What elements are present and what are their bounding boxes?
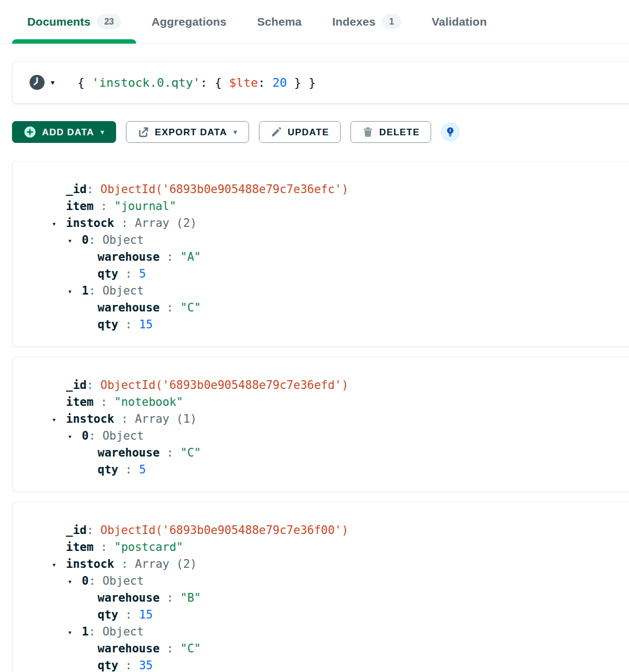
document-card[interactable]: _id: ObjectId('6893b0e905488e79c7e36efd'…: [12, 357, 629, 492]
field-separator: :: [87, 183, 100, 196]
chevron-down-icon: ▾: [51, 79, 55, 86]
query-token-keyword: $lte: [229, 76, 258, 89]
document-field-row: _id: ObjectId('6893b0e905488e79c7e36efc'…: [13, 181, 629, 198]
document-field-row: ▾1: Object: [13, 623, 629, 640]
field-key: warehouse: [98, 642, 160, 655]
collapse-caret-icon[interactable]: ▾: [52, 556, 56, 573]
add-data-button[interactable]: ADD DATA ▾: [12, 121, 116, 143]
document-field-row: ▾instock : Array (2): [13, 215, 629, 232]
chevron-down-icon: ▾: [234, 129, 238, 135]
performance-insights-button[interactable]: [441, 123, 459, 141]
tab-label: Validation: [432, 15, 487, 28]
tab-label: Aggregations: [152, 15, 227, 28]
tab-label: Indexes: [332, 15, 376, 28]
field-separator: :: [160, 301, 180, 314]
document-field-row: warehouse : "C": [13, 445, 629, 461]
field-key: qty: [98, 267, 118, 280]
collection-tabs: Documents23AggregationsSchemaIndexes1Val…: [12, 0, 629, 43]
document-field-row: item : "journal": [13, 198, 629, 215]
clock-icon: [29, 74, 45, 91]
query-token-punct: } }: [287, 76, 316, 89]
field-separator: :: [114, 412, 135, 425]
document-card[interactable]: _id: ObjectId('6893b0e905488e79c7e36f00'…: [12, 502, 629, 672]
filter-input[interactable]: { 'instock.0.qty': { $lte: 20 } }: [77, 76, 316, 89]
collapse-caret-icon[interactable]: ▾: [68, 283, 72, 300]
field-value-number: 35: [139, 659, 153, 672]
field-separator: :: [89, 574, 102, 587]
field-value-string: "C": [180, 446, 201, 459]
field-value-string: "journal": [114, 200, 177, 213]
document-field-row: ▾0: Object: [13, 232, 629, 249]
pencil-icon: [270, 126, 282, 138]
tab-count-badge: 23: [97, 14, 121, 29]
field-separator: :: [94, 395, 114, 409]
field-separator: :: [118, 608, 139, 621]
document-field-row: ▾instock : Array (1): [13, 411, 629, 428]
query-history-button[interactable]: ▾: [29, 74, 55, 91]
collapse-caret-icon[interactable]: ▾: [68, 624, 72, 641]
field-key: item: [66, 200, 94, 213]
crud-toolbar: ADD DATA ▾ EXPORT DATA ▾ UPDATE: [12, 121, 629, 143]
field-value-meta: Object: [102, 574, 144, 587]
field-value-meta: Object: [102, 284, 144, 297]
field-separator: :: [94, 541, 114, 554]
document-card[interactable]: _id: ObjectId('6893b0e905488e79c7e36efc'…: [12, 161, 629, 347]
document-field-row: item : "postcard": [13, 539, 629, 556]
trash-icon: [362, 126, 374, 138]
export-data-button[interactable]: EXPORT DATA ▾: [126, 121, 249, 143]
tab-indexes[interactable]: Indexes1: [317, 0, 416, 43]
update-label: UPDATE: [288, 128, 329, 137]
collapse-caret-icon[interactable]: ▾: [68, 232, 72, 249]
field-key: qty: [98, 659, 118, 672]
document-field-row: warehouse : "C": [13, 640, 629, 657]
query-bar[interactable]: ▾ { 'instock.0.qty': { $lte: 20 } }: [12, 61, 629, 104]
tab-validation[interactable]: Validation: [416, 0, 502, 43]
field-separator: :: [89, 284, 102, 297]
field-separator: :: [114, 557, 135, 571]
field-separator: :: [114, 217, 135, 230]
field-key: instock: [66, 557, 114, 571]
chevron-down-icon: ▾: [101, 129, 105, 135]
field-key: warehouse: [98, 301, 160, 314]
field-value-objectid: ObjectId('6893b0e905488e79c7e36efd'): [100, 379, 348, 392]
field-separator: :: [118, 659, 139, 672]
field-key: warehouse: [98, 591, 160, 604]
query-token-number: 20: [273, 76, 287, 89]
field-separator: :: [160, 591, 180, 604]
collection-tabs-bar: Documents23AggregationsSchemaIndexes1Val…: [0, 0, 629, 44]
field-separator: :: [118, 267, 139, 280]
field-key: qty: [98, 463, 118, 476]
field-separator: :: [89, 233, 102, 247]
field-key: qty: [98, 608, 118, 621]
field-value-string: "C": [180, 301, 201, 314]
field-value-number: 5: [139, 267, 146, 280]
field-value-number: 15: [139, 608, 153, 621]
field-value-meta: Object: [102, 625, 144, 638]
document-field-row: ▾1: Object: [13, 283, 629, 299]
document-field-row: warehouse : "C": [13, 299, 629, 316]
field-key: qty: [98, 318, 118, 331]
lightbulb-icon: [445, 127, 456, 137]
collapse-caret-icon[interactable]: ▾: [52, 411, 56, 428]
delete-label: DELETE: [379, 128, 420, 137]
field-key: instock: [66, 412, 114, 425]
document-field-row: qty : 5: [13, 461, 629, 478]
update-button[interactable]: UPDATE: [259, 121, 341, 143]
field-separator: :: [118, 318, 139, 331]
tab-schema[interactable]: Schema: [242, 0, 317, 43]
tab-documents[interactable]: Documents23: [12, 0, 136, 43]
collapse-caret-icon[interactable]: ▾: [68, 428, 72, 445]
export-icon: [137, 126, 149, 138]
collapse-caret-icon[interactable]: ▾: [68, 573, 72, 590]
field-key: warehouse: [98, 446, 160, 459]
tab-aggregations[interactable]: Aggregations: [136, 0, 242, 43]
field-separator: :: [87, 524, 100, 537]
document-field-row: _id: ObjectId('6893b0e905488e79c7e36f00'…: [13, 522, 629, 539]
delete-button[interactable]: DELETE: [350, 121, 431, 143]
field-separator: :: [160, 250, 180, 263]
document-field-row: ▾instock : Array (2): [13, 556, 629, 573]
collapse-caret-icon[interactable]: ▾: [52, 215, 56, 232]
query-token-punct: {: [215, 76, 229, 89]
document-field-row: _id: ObjectId('6893b0e905488e79c7e36efd'…: [13, 377, 629, 394]
field-value-meta: Array (1): [135, 412, 197, 425]
